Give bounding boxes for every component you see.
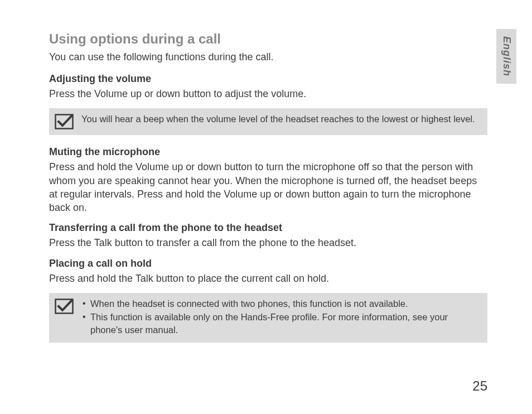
- page-title: Using options during a call: [49, 31, 487, 47]
- intro-text: You can use the following functions duri…: [49, 51, 487, 63]
- page-number: 25: [472, 378, 487, 394]
- body-volume: Press the Volume up or down button to ad…: [49, 87, 487, 100]
- note-text-volume: You will hear a beep when the volume lev…: [81, 113, 481, 125]
- section-mute: Muting the microphone Press and hold the…: [49, 146, 487, 214]
- checkmark-icon: [55, 299, 74, 314]
- manual-page: English Using options during a call You …: [0, 0, 532, 414]
- section-transfer: Transferring a call from the phone to th…: [49, 222, 487, 249]
- heading-volume: Adjusting the volume: [49, 73, 487, 85]
- language-tab: English: [496, 29, 516, 84]
- body-transfer: Press the Talk button to transfer a call…: [49, 236, 487, 249]
- note-box-hold: When the headset is connected with two p…: [49, 293, 487, 343]
- heading-hold: Placing a call on hold: [49, 258, 487, 269]
- note-list-hold: When the headset is connected with two p…: [81, 297, 481, 337]
- heading-mute: Muting the microphone: [49, 146, 487, 158]
- section-volume: Adjusting the volume Press the Volume up…: [49, 73, 487, 135]
- list-item: When the headset is connected with two p…: [81, 297, 481, 310]
- body-mute: Press and hold the Volume up or down but…: [49, 160, 487, 214]
- heading-transfer: Transferring a call from the phone to th…: [49, 222, 487, 234]
- checkmark-icon: [55, 114, 74, 129]
- language-label: English: [501, 36, 512, 76]
- body-hold: Press and hold the Talk button to place …: [49, 272, 487, 285]
- list-item: This function is available only on the H…: [81, 311, 481, 336]
- section-hold: Placing a call on hold Press and hold th…: [49, 258, 487, 343]
- note-box-volume: You will hear a beep when the volume lev…: [49, 108, 487, 135]
